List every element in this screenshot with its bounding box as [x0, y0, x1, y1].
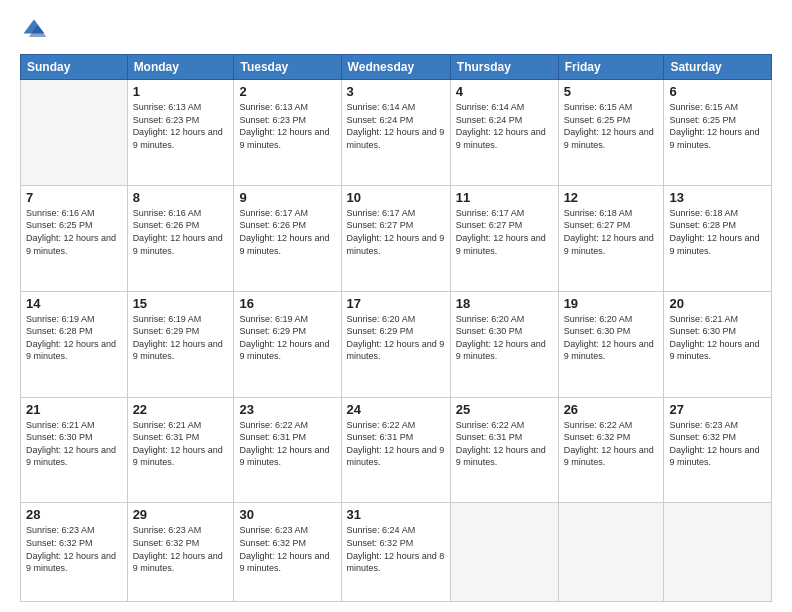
day-number: 3	[347, 84, 445, 99]
day-number: 18	[456, 296, 553, 311]
day-info: Sunrise: 6:22 AMSunset: 6:32 PMDaylight:…	[564, 419, 659, 469]
calendar-table: SundayMondayTuesdayWednesdayThursdayFrid…	[20, 54, 772, 602]
calendar-cell: 31Sunrise: 6:24 AMSunset: 6:32 PMDayligh…	[341, 503, 450, 602]
day-number: 9	[239, 190, 335, 205]
calendar-cell: 22Sunrise: 6:21 AMSunset: 6:31 PMDayligh…	[127, 397, 234, 503]
day-number: 5	[564, 84, 659, 99]
calendar-week-row: 21Sunrise: 6:21 AMSunset: 6:30 PMDayligh…	[21, 397, 772, 503]
day-number: 30	[239, 507, 335, 522]
day-number: 16	[239, 296, 335, 311]
day-info: Sunrise: 6:17 AMSunset: 6:27 PMDaylight:…	[456, 207, 553, 257]
calendar-cell: 14Sunrise: 6:19 AMSunset: 6:28 PMDayligh…	[21, 291, 128, 397]
calendar-cell: 20Sunrise: 6:21 AMSunset: 6:30 PMDayligh…	[664, 291, 772, 397]
header	[20, 16, 772, 44]
day-info: Sunrise: 6:19 AMSunset: 6:29 PMDaylight:…	[133, 313, 229, 363]
calendar-cell: 9Sunrise: 6:17 AMSunset: 6:26 PMDaylight…	[234, 185, 341, 291]
day-info: Sunrise: 6:23 AMSunset: 6:32 PMDaylight:…	[239, 524, 335, 574]
day-info: Sunrise: 6:14 AMSunset: 6:24 PMDaylight:…	[347, 101, 445, 151]
calendar-week-row: 14Sunrise: 6:19 AMSunset: 6:28 PMDayligh…	[21, 291, 772, 397]
day-number: 24	[347, 402, 445, 417]
day-info: Sunrise: 6:18 AMSunset: 6:28 PMDaylight:…	[669, 207, 766, 257]
day-info: Sunrise: 6:22 AMSunset: 6:31 PMDaylight:…	[456, 419, 553, 469]
day-info: Sunrise: 6:20 AMSunset: 6:30 PMDaylight:…	[456, 313, 553, 363]
day-number: 27	[669, 402, 766, 417]
day-number: 25	[456, 402, 553, 417]
day-info: Sunrise: 6:18 AMSunset: 6:27 PMDaylight:…	[564, 207, 659, 257]
day-info: Sunrise: 6:19 AMSunset: 6:28 PMDaylight:…	[26, 313, 122, 363]
day-number: 8	[133, 190, 229, 205]
day-number: 29	[133, 507, 229, 522]
calendar-cell: 21Sunrise: 6:21 AMSunset: 6:30 PMDayligh…	[21, 397, 128, 503]
day-info: Sunrise: 6:21 AMSunset: 6:30 PMDaylight:…	[26, 419, 122, 469]
calendar-header-monday: Monday	[127, 55, 234, 80]
calendar-cell: 26Sunrise: 6:22 AMSunset: 6:32 PMDayligh…	[558, 397, 664, 503]
day-info: Sunrise: 6:17 AMSunset: 6:26 PMDaylight:…	[239, 207, 335, 257]
calendar-header-saturday: Saturday	[664, 55, 772, 80]
calendar-cell: 19Sunrise: 6:20 AMSunset: 6:30 PMDayligh…	[558, 291, 664, 397]
day-number: 6	[669, 84, 766, 99]
calendar-cell	[558, 503, 664, 602]
calendar-header-row: SundayMondayTuesdayWednesdayThursdayFrid…	[21, 55, 772, 80]
day-info: Sunrise: 6:24 AMSunset: 6:32 PMDaylight:…	[347, 524, 445, 574]
page: SundayMondayTuesdayWednesdayThursdayFrid…	[0, 0, 792, 612]
calendar-cell: 10Sunrise: 6:17 AMSunset: 6:27 PMDayligh…	[341, 185, 450, 291]
day-info: Sunrise: 6:23 AMSunset: 6:32 PMDaylight:…	[669, 419, 766, 469]
calendar-week-row: 7Sunrise: 6:16 AMSunset: 6:25 PMDaylight…	[21, 185, 772, 291]
calendar-cell: 15Sunrise: 6:19 AMSunset: 6:29 PMDayligh…	[127, 291, 234, 397]
day-info: Sunrise: 6:20 AMSunset: 6:29 PMDaylight:…	[347, 313, 445, 363]
day-info: Sunrise: 6:20 AMSunset: 6:30 PMDaylight:…	[564, 313, 659, 363]
calendar-cell: 16Sunrise: 6:19 AMSunset: 6:29 PMDayligh…	[234, 291, 341, 397]
day-info: Sunrise: 6:13 AMSunset: 6:23 PMDaylight:…	[133, 101, 229, 151]
day-number: 7	[26, 190, 122, 205]
calendar-cell: 5Sunrise: 6:15 AMSunset: 6:25 PMDaylight…	[558, 80, 664, 186]
day-number: 22	[133, 402, 229, 417]
calendar-cell: 7Sunrise: 6:16 AMSunset: 6:25 PMDaylight…	[21, 185, 128, 291]
day-number: 1	[133, 84, 229, 99]
calendar-cell	[450, 503, 558, 602]
day-info: Sunrise: 6:16 AMSunset: 6:26 PMDaylight:…	[133, 207, 229, 257]
calendar-cell: 11Sunrise: 6:17 AMSunset: 6:27 PMDayligh…	[450, 185, 558, 291]
calendar-cell: 13Sunrise: 6:18 AMSunset: 6:28 PMDayligh…	[664, 185, 772, 291]
day-info: Sunrise: 6:22 AMSunset: 6:31 PMDaylight:…	[347, 419, 445, 469]
calendar-cell: 18Sunrise: 6:20 AMSunset: 6:30 PMDayligh…	[450, 291, 558, 397]
calendar-cell: 3Sunrise: 6:14 AMSunset: 6:24 PMDaylight…	[341, 80, 450, 186]
calendar-cell: 1Sunrise: 6:13 AMSunset: 6:23 PMDaylight…	[127, 80, 234, 186]
calendar-cell: 2Sunrise: 6:13 AMSunset: 6:23 PMDaylight…	[234, 80, 341, 186]
day-number: 10	[347, 190, 445, 205]
calendar-cell: 23Sunrise: 6:22 AMSunset: 6:31 PMDayligh…	[234, 397, 341, 503]
day-number: 13	[669, 190, 766, 205]
day-info: Sunrise: 6:19 AMSunset: 6:29 PMDaylight:…	[239, 313, 335, 363]
day-number: 21	[26, 402, 122, 417]
day-info: Sunrise: 6:23 AMSunset: 6:32 PMDaylight:…	[133, 524, 229, 574]
calendar-cell: 4Sunrise: 6:14 AMSunset: 6:24 PMDaylight…	[450, 80, 558, 186]
day-number: 15	[133, 296, 229, 311]
day-info: Sunrise: 6:17 AMSunset: 6:27 PMDaylight:…	[347, 207, 445, 257]
logo	[20, 16, 50, 44]
day-info: Sunrise: 6:14 AMSunset: 6:24 PMDaylight:…	[456, 101, 553, 151]
day-number: 12	[564, 190, 659, 205]
day-info: Sunrise: 6:23 AMSunset: 6:32 PMDaylight:…	[26, 524, 122, 574]
day-number: 26	[564, 402, 659, 417]
calendar-cell: 29Sunrise: 6:23 AMSunset: 6:32 PMDayligh…	[127, 503, 234, 602]
calendar-header-wednesday: Wednesday	[341, 55, 450, 80]
calendar-cell: 8Sunrise: 6:16 AMSunset: 6:26 PMDaylight…	[127, 185, 234, 291]
calendar-cell: 17Sunrise: 6:20 AMSunset: 6:29 PMDayligh…	[341, 291, 450, 397]
day-number: 17	[347, 296, 445, 311]
day-number: 11	[456, 190, 553, 205]
calendar-cell: 27Sunrise: 6:23 AMSunset: 6:32 PMDayligh…	[664, 397, 772, 503]
day-number: 31	[347, 507, 445, 522]
day-number: 2	[239, 84, 335, 99]
calendar-header-thursday: Thursday	[450, 55, 558, 80]
calendar-cell: 12Sunrise: 6:18 AMSunset: 6:27 PMDayligh…	[558, 185, 664, 291]
calendar-cell: 30Sunrise: 6:23 AMSunset: 6:32 PMDayligh…	[234, 503, 341, 602]
day-info: Sunrise: 6:21 AMSunset: 6:31 PMDaylight:…	[133, 419, 229, 469]
calendar-week-row: 28Sunrise: 6:23 AMSunset: 6:32 PMDayligh…	[21, 503, 772, 602]
day-number: 14	[26, 296, 122, 311]
calendar-header-sunday: Sunday	[21, 55, 128, 80]
day-info: Sunrise: 6:21 AMSunset: 6:30 PMDaylight:…	[669, 313, 766, 363]
calendar-cell	[664, 503, 772, 602]
calendar-cell	[21, 80, 128, 186]
day-info: Sunrise: 6:15 AMSunset: 6:25 PMDaylight:…	[564, 101, 659, 151]
calendar-header-tuesday: Tuesday	[234, 55, 341, 80]
day-info: Sunrise: 6:13 AMSunset: 6:23 PMDaylight:…	[239, 101, 335, 151]
